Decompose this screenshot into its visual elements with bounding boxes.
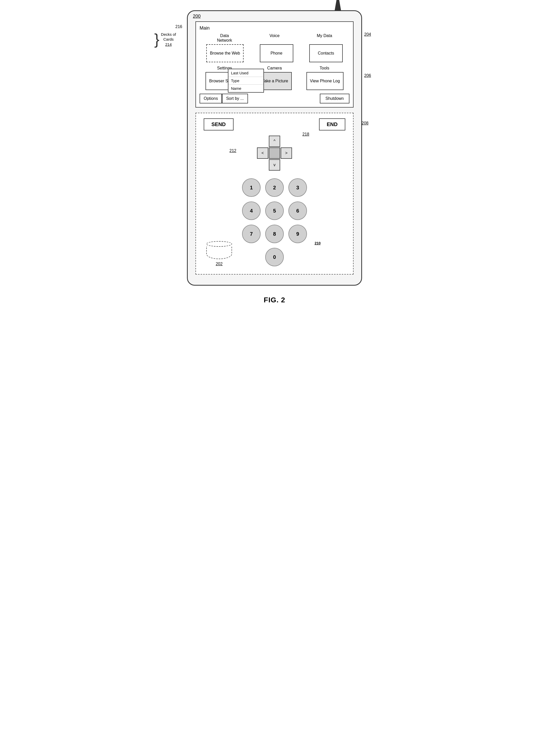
dpad: ^ < > v xyxy=(257,136,292,171)
key-8-button[interactable]: 8 xyxy=(265,225,284,243)
dpad-empty-bl xyxy=(257,159,268,171)
page-wrapper: 200 } Decks ofCards214 216 204 206 Main … xyxy=(187,10,362,304)
cat-voice: Voice xyxy=(249,33,300,43)
key-1-button[interactable]: 1 xyxy=(242,178,260,197)
decks-text: Decks ofCards214 xyxy=(161,32,176,47)
shutdown-button[interactable]: Shutdown xyxy=(320,94,350,103)
dropdown-last-used[interactable]: Last Used xyxy=(228,69,263,77)
category-row-2: Settings Camera Tools xyxy=(199,66,350,71)
send-button[interactable]: SEND xyxy=(204,118,233,130)
browse-web-button[interactable]: Browse the Web xyxy=(206,44,243,62)
ref-216-label: 216 xyxy=(175,24,182,29)
cylinder-shape xyxy=(206,241,232,259)
key-9-button[interactable]: 9 210 xyxy=(289,225,307,243)
dpad-up-button[interactable]: ^ xyxy=(269,136,280,147)
end-button[interactable]: END xyxy=(319,118,345,130)
key-0-button[interactable]: 0 xyxy=(265,248,284,266)
key-4-button[interactable]: 4 xyxy=(242,201,260,220)
ref-208-label: 208 xyxy=(362,121,369,126)
sort-by-button[interactable]: Sort by ... xyxy=(222,94,248,103)
category-row-1: DataNetwork Voice My Data xyxy=(199,33,350,43)
keypad: 1 2 3 4 5 6 7 8 9 210 0 xyxy=(242,178,307,266)
dropdown-type[interactable]: Type xyxy=(228,77,263,85)
dpad-right-button[interactable]: > xyxy=(281,147,292,159)
cat-data-network: DataNetwork xyxy=(199,33,249,43)
dropdown-menu: Last Used Type Name xyxy=(228,69,264,93)
phone-body: 200 } Decks ofCards214 216 204 206 Main … xyxy=(187,10,362,286)
app-row-2: Browser Settings Take a Picture View Pho… xyxy=(199,72,350,90)
dpad-wrapper: 218 212 ^ < > v xyxy=(204,136,345,171)
dpad-empty-tr xyxy=(281,136,292,147)
options-button[interactable]: Options xyxy=(199,94,222,103)
ref-210-label: 210 xyxy=(315,241,321,245)
controls-section: 208 SEND END 218 212 ^ < xyxy=(195,113,354,275)
cylinder-top xyxy=(206,241,232,247)
dropdown-name[interactable]: Name xyxy=(228,85,263,92)
key-7-button[interactable]: 7 xyxy=(242,225,260,243)
bottom-options-row: Options Sort by ... Shutdown xyxy=(199,94,350,103)
keypad-grid-wrapper: 1 2 3 4 5 6 7 8 9 210 0 xyxy=(242,178,307,266)
ref-206-label: 206 xyxy=(364,73,371,78)
sort-dropdown: Last Used Type Name xyxy=(228,69,264,93)
keypad-area: 202 1 2 3 4 5 6 7 8 9 21 xyxy=(204,178,345,266)
key-2-button[interactable]: 2 xyxy=(265,178,284,197)
phone-button[interactable]: Phone xyxy=(260,44,293,62)
dpad-center-button[interactable] xyxy=(269,147,280,159)
dpad-left-button[interactable]: < xyxy=(257,147,268,159)
cylinder-body xyxy=(206,246,232,259)
main-screen: 216 204 206 Main DataNetwork Voice My Da… xyxy=(195,21,354,108)
ref-200-label: 200 xyxy=(193,14,200,19)
dpad-empty-tl xyxy=(257,136,268,147)
dpad-down-button[interactable]: v xyxy=(269,159,280,171)
fig-caption: FIG. 2 xyxy=(187,296,362,304)
storage-icon: 202 xyxy=(206,241,232,266)
contacts-button[interactable]: Contacts xyxy=(309,44,343,62)
dpad-empty-br xyxy=(281,159,292,171)
left-buttons: Options Sort by ... xyxy=(199,94,248,103)
key-6-button[interactable]: 6 xyxy=(289,201,307,220)
bottom-screen-area: Last Used Type Name Options Sort by ... … xyxy=(199,94,350,103)
key-3-button[interactable]: 3 xyxy=(289,178,307,197)
send-end-row: SEND END xyxy=(204,118,345,130)
screen-title: Main xyxy=(199,25,350,31)
cat-my-data: My Data xyxy=(300,33,350,43)
cat-tools: Tools xyxy=(300,66,350,71)
view-phone-log-button[interactable]: View Phone Log xyxy=(307,72,344,90)
app-row-1: Browse the Web Phone Contacts xyxy=(199,44,350,62)
ref-212-label: 212 xyxy=(229,148,236,153)
key-5-button[interactable]: 5 xyxy=(265,201,284,220)
ref-204-label: 204 xyxy=(364,32,371,37)
ref-218-label: 218 xyxy=(302,132,309,137)
brace-icon: } xyxy=(154,32,159,47)
decks-of-cards-label: } Decks ofCards214 xyxy=(154,32,176,47)
storage-ref-label: 202 xyxy=(206,262,232,266)
